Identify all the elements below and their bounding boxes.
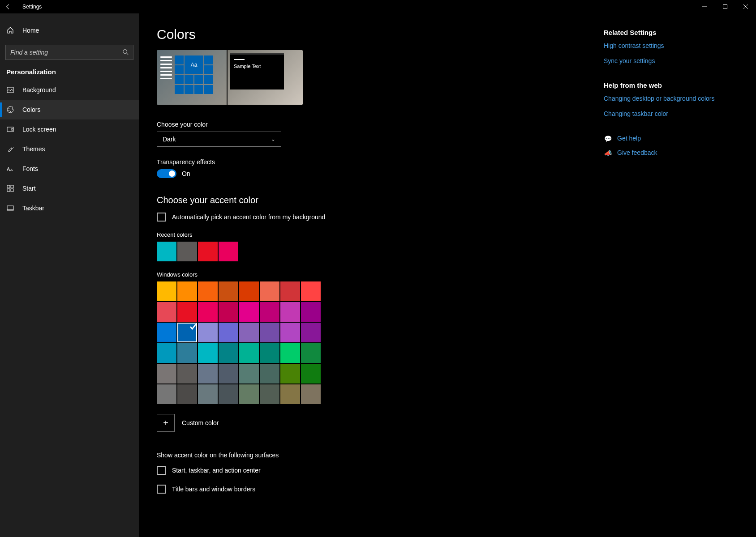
windows-color-swatch[interactable] [198, 281, 218, 301]
windows-color-swatch[interactable] [219, 384, 238, 404]
windows-color-swatch[interactable] [177, 323, 197, 342]
minimize-button[interactable] [694, 0, 715, 13]
windows-color-swatch[interactable] [219, 281, 238, 301]
color-mode-dropdown[interactable]: Dark ⌄ [157, 132, 281, 147]
svg-rect-17 [11, 189, 13, 192]
windows-color-swatch[interactable] [301, 364, 321, 384]
back-button[interactable] [4, 2, 13, 11]
transparency-value: On [182, 170, 190, 177]
nav-label: Lock screen [22, 126, 56, 133]
windows-color-swatch[interactable] [239, 384, 259, 404]
recent-color-swatch[interactable] [157, 242, 176, 261]
svg-text:A: A [10, 168, 13, 172]
related-heading: Related Settings [604, 29, 738, 36]
windows-color-swatch[interactable] [301, 281, 321, 301]
search-input[interactable] [10, 49, 122, 56]
windows-color-swatch[interactable] [260, 364, 279, 384]
windows-color-swatch[interactable] [260, 302, 279, 322]
surface-start-checkbox[interactable] [157, 466, 166, 475]
svg-rect-15 [11, 185, 13, 188]
svg-point-8 [9, 110, 9, 111]
link-sync-settings[interactable]: Sync your settings [604, 57, 738, 66]
windows-color-swatch[interactable] [157, 384, 176, 404]
sidebar-item-lockscreen[interactable]: Lock screen [0, 119, 139, 139]
color-mode-value: Dark [163, 136, 176, 143]
taskbar-icon [6, 205, 14, 212]
close-button[interactable] [735, 0, 756, 13]
transparency-toggle[interactable] [157, 169, 176, 178]
link-high-contrast[interactable]: High contrast settings [604, 42, 738, 51]
svg-text:A: A [7, 166, 10, 172]
windows-color-swatch[interactable] [219, 323, 238, 342]
link-help-bg-colors[interactable]: Changing desktop or background colors [604, 94, 738, 103]
nav-label: Themes [22, 145, 45, 153]
windows-color-swatch[interactable] [239, 323, 259, 342]
windows-color-swatch[interactable] [280, 281, 300, 301]
windows-color-swatch[interactable] [177, 384, 197, 404]
windows-color-swatch[interactable] [301, 343, 321, 363]
fonts-icon: AA [6, 166, 14, 172]
search-box[interactable] [5, 45, 133, 60]
sidebar: Home Personalization Background Colors L… [0, 13, 139, 537]
link-give-feedback[interactable]: Give feedback [617, 149, 657, 158]
windows-color-swatch[interactable] [301, 302, 321, 322]
windows-color-swatch[interactable] [280, 384, 300, 404]
windows-color-swatch[interactable] [157, 323, 176, 342]
recent-color-swatch[interactable] [177, 242, 197, 261]
sidebar-item-start[interactable]: Start [0, 179, 139, 198]
windows-color-swatch[interactable] [219, 343, 238, 363]
transparency-label: Transparency effects [157, 158, 524, 166]
windows-color-swatch[interactable] [157, 364, 176, 384]
windows-color-swatch[interactable] [157, 302, 176, 322]
windows-color-swatch[interactable] [301, 384, 321, 404]
maximize-button[interactable] [715, 0, 735, 13]
sidebar-home[interactable]: Home [0, 21, 139, 40]
get-help-icon: 💬 [604, 135, 612, 142]
windows-color-swatch[interactable] [260, 323, 279, 342]
windows-color-swatch[interactable] [260, 343, 279, 363]
windows-color-swatch[interactable] [198, 364, 218, 384]
auto-pick-label: Automatically pick an accent color from … [172, 213, 325, 221]
windows-color-swatch[interactable] [157, 343, 176, 363]
svg-line-5 [127, 53, 129, 55]
link-help-taskbar-color[interactable]: Changing taskbar color [604, 110, 738, 119]
windows-color-swatch[interactable] [157, 281, 176, 301]
windows-color-swatch[interactable] [280, 364, 300, 384]
recent-color-swatch[interactable] [198, 242, 218, 261]
link-get-help[interactable]: Get help [617, 134, 641, 143]
windows-color-swatch[interactable] [239, 281, 259, 301]
windows-color-swatch[interactable] [198, 323, 218, 342]
windows-color-swatch[interactable] [177, 281, 197, 301]
nav-label: Fonts [22, 165, 38, 172]
sidebar-item-fonts[interactable]: AA Fonts [0, 159, 139, 179]
home-icon [6, 27, 14, 34]
windows-color-swatch[interactable] [301, 323, 321, 342]
recent-color-swatch[interactable] [219, 242, 238, 261]
windows-color-swatch[interactable] [177, 343, 197, 363]
windows-color-swatch[interactable] [260, 384, 279, 404]
windows-color-swatch[interactable] [198, 384, 218, 404]
windows-color-swatch[interactable] [198, 343, 218, 363]
windows-color-swatch[interactable] [177, 302, 197, 322]
windows-color-swatch[interactable] [219, 302, 238, 322]
auto-pick-checkbox[interactable] [157, 213, 166, 222]
custom-color-label: Custom color [182, 419, 219, 426]
windows-color-swatch[interactable] [239, 302, 259, 322]
sidebar-item-background[interactable]: Background [0, 80, 139, 100]
windows-color-swatch[interactable] [280, 323, 300, 342]
windows-color-swatch[interactable] [260, 281, 279, 301]
windows-color-swatch[interactable] [239, 343, 259, 363]
sidebar-item-themes[interactable]: Themes [0, 139, 139, 159]
custom-color-button[interactable]: + [157, 414, 175, 432]
windows-color-swatch[interactable] [280, 302, 300, 322]
surface-titlebar-checkbox[interactable] [157, 485, 166, 494]
color-preview: Aa Sample Text [157, 50, 303, 105]
windows-color-swatch[interactable] [198, 302, 218, 322]
windows-color-swatch[interactable] [239, 364, 259, 384]
help-heading: Help from the web [604, 81, 738, 89]
windows-color-swatch[interactable] [177, 364, 197, 384]
sidebar-item-colors[interactable]: Colors [0, 100, 139, 119]
windows-color-swatch[interactable] [280, 343, 300, 363]
windows-color-swatch[interactable] [219, 364, 238, 384]
sidebar-item-taskbar[interactable]: Taskbar [0, 198, 139, 218]
